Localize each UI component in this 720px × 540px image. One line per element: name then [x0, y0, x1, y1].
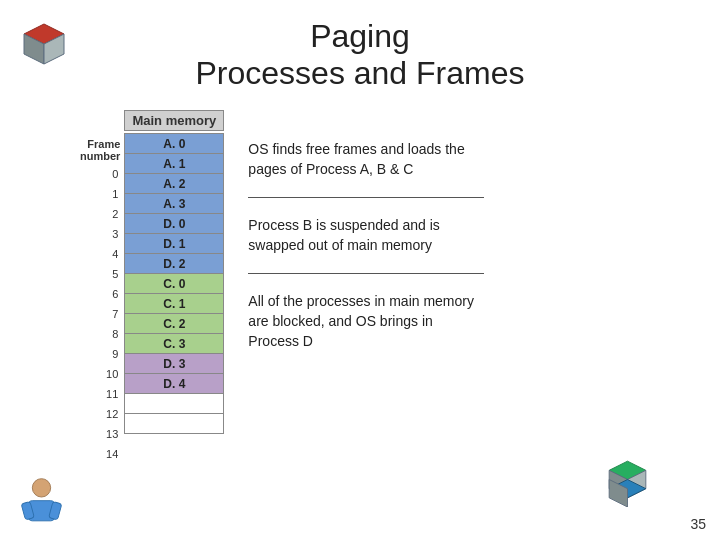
memory-cell-6: D. 2 [125, 254, 224, 274]
bottom-right-icon [600, 452, 660, 512]
frame-number-1: 1 [106, 184, 120, 204]
memory-cell-5: D. 1 [125, 234, 224, 254]
memory-cell-0: A. 0 [125, 134, 224, 154]
frame-number-7: 7 [106, 304, 120, 324]
memory-section: Framenumber 01234567891011121314 Main me… [80, 110, 224, 464]
frame-number-11: 11 [106, 384, 120, 404]
explanation-3: All of the processes in main memory are … [248, 292, 484, 351]
frame-number-12: 12 [106, 404, 120, 424]
top-left-icon [14, 14, 74, 74]
explanation-1: OS finds free frames and loads the pages… [248, 140, 484, 179]
memory-cell-12: D. 4 [125, 374, 224, 394]
memory-row: A. 2 [125, 174, 224, 194]
title-line1: Paging [0, 18, 720, 55]
slide-number: 35 [690, 516, 706, 532]
divider-1 [248, 273, 484, 274]
frame-number-6: 6 [106, 284, 120, 304]
memory-cell-11: D. 3 [125, 354, 224, 374]
frame-number-3: 3 [106, 224, 120, 244]
frame-number-0: 0 [106, 164, 120, 184]
memory-cell-7: C. 0 [125, 274, 224, 294]
title-line2: Processes and Frames [0, 55, 720, 92]
frame-number-14: 14 [106, 444, 120, 464]
frame-header: Framenumber [80, 138, 120, 162]
main-memory-header: Main memory [124, 110, 224, 131]
memory-row: A. 1 [125, 154, 224, 174]
memory-row [125, 414, 224, 434]
memory-row: C. 2 [125, 314, 224, 334]
memory-cell-2: A. 2 [125, 174, 224, 194]
memory-cell-10: C. 3 [125, 334, 224, 354]
divider-0 [248, 197, 484, 198]
explanations: OS finds free frames and loads the pages… [224, 110, 484, 351]
memory-row: D. 4 [125, 374, 224, 394]
memory-row: C. 0 [125, 274, 224, 294]
memory-row: D. 2 [125, 254, 224, 274]
frame-numbers: 01234567891011121314 [106, 164, 120, 464]
explanation-2: Process B is suspended and is swapped ou… [248, 216, 484, 255]
memory-row: A. 3 [125, 194, 224, 214]
memory-table-area: Main memory A. 0A. 1A. 2A. 3D. 0D. 1D. 2… [124, 110, 224, 434]
memory-cell-14 [125, 414, 224, 434]
memory-cell-1: A. 1 [125, 154, 224, 174]
title-area: Paging Processes and Frames [0, 0, 720, 100]
memory-row: D. 3 [125, 354, 224, 374]
memory-cell-3: A. 3 [125, 194, 224, 214]
frame-number-8: 8 [106, 324, 120, 344]
memory-row [125, 394, 224, 414]
memory-cell-9: C. 2 [125, 314, 224, 334]
memory-cell-13 [125, 394, 224, 414]
memory-row: C. 1 [125, 294, 224, 314]
svg-point-8 [32, 479, 50, 497]
frame-number-13: 13 [106, 424, 120, 444]
frame-label-area: Framenumber 01234567891011121314 [80, 138, 120, 464]
frame-number-2: 2 [106, 204, 120, 224]
main-content: Framenumber 01234567891011121314 Main me… [0, 100, 720, 464]
memory-row: D. 1 [125, 234, 224, 254]
memory-table: A. 0A. 1A. 2A. 3D. 0D. 1D. 2C. 0C. 1C. 2… [124, 133, 224, 434]
frame-number-10: 10 [106, 364, 120, 384]
memory-cell-8: C. 1 [125, 294, 224, 314]
frame-number-5: 5 [106, 264, 120, 284]
memory-row: D. 0 [125, 214, 224, 234]
memory-row: C. 3 [125, 334, 224, 354]
frame-number-4: 4 [106, 244, 120, 264]
memory-cell-4: D. 0 [125, 214, 224, 234]
frame-number-9: 9 [106, 344, 120, 364]
bottom-left-icon [14, 475, 69, 530]
memory-row: A. 0 [125, 134, 224, 154]
